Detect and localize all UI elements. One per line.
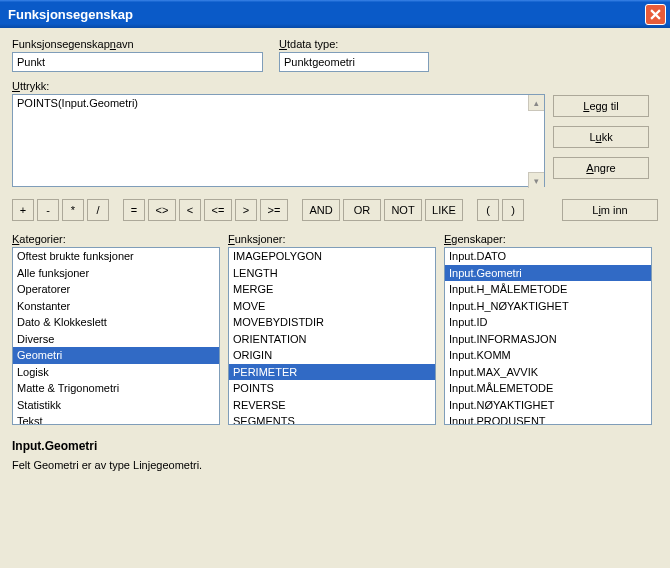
op-or[interactable]: OR [343, 199, 381, 221]
window-title: Funksjonsegenskap [8, 7, 133, 22]
op-mul[interactable]: * [62, 199, 84, 221]
op-like[interactable]: LIKE [425, 199, 463, 221]
list-item[interactable]: Operatorer [13, 281, 219, 298]
list-item[interactable]: Input.DATO [445, 248, 651, 265]
list-item[interactable]: MOVEBYDISTDIR [229, 314, 435, 331]
list-item[interactable]: Input.H_MÅLEMETODE [445, 281, 651, 298]
properties-list[interactable]: Input.DATOInput.GeometriInput.H_MÅLEMETO… [444, 247, 652, 425]
op-eq[interactable]: = [123, 199, 145, 221]
categories-list[interactable]: Oftest brukte funksjonerAlle funksjonerO… [12, 247, 220, 425]
list-item[interactable]: PERIMETER [229, 364, 435, 381]
list-item[interactable]: MERGE [229, 281, 435, 298]
list-item[interactable]: Alle funksjoner [13, 265, 219, 282]
list-item[interactable]: Tekst [13, 413, 219, 425]
list-item[interactable]: Statistikk [13, 397, 219, 414]
op-div[interactable]: / [87, 199, 109, 221]
list-item[interactable]: Input.KOMM [445, 347, 651, 364]
op-ne[interactable]: <> [148, 199, 176, 221]
op-lt[interactable]: < [179, 199, 201, 221]
outtype-field [279, 52, 429, 72]
scroll-up-icon[interactable]: ▴ [528, 95, 544, 111]
list-item[interactable]: Input.H_NØYAKTIGHET [445, 298, 651, 315]
op-not[interactable]: NOT [384, 199, 422, 221]
list-item[interactable]: ORIENTATION [229, 331, 435, 348]
op-plus[interactable]: + [12, 199, 34, 221]
undo-button[interactable]: Angre [553, 157, 649, 179]
list-item[interactable]: Geometri [13, 347, 219, 364]
op-and[interactable]: AND [302, 199, 340, 221]
list-item[interactable]: Konstanter [13, 298, 219, 315]
expr-label: Uttrykk: [12, 80, 49, 92]
list-item[interactable]: LENGTH [229, 265, 435, 282]
scroll-down-icon[interactable]: ▾ [528, 172, 544, 188]
close-button[interactable]: Lukk [553, 126, 649, 148]
properties-label: Egenskaper: [444, 233, 652, 245]
list-item[interactable]: Oftest brukte funksjoner [13, 248, 219, 265]
op-gt[interactable]: > [235, 199, 257, 221]
list-item[interactable]: Input.NØYAKTIGHET [445, 397, 651, 414]
list-item[interactable]: IMAGEPOLYGON [229, 248, 435, 265]
op-ge[interactable]: >= [260, 199, 288, 221]
list-item[interactable]: MOVE [229, 298, 435, 315]
list-item[interactable]: Input.MÅLEMETODE [445, 380, 651, 397]
name-label: Funksjonsegenskapnavn [12, 38, 263, 50]
list-item[interactable]: Input.PRODUSENT [445, 413, 651, 425]
functions-label: Funksjoner: [228, 233, 436, 245]
list-item[interactable]: SEGMENTS [229, 413, 435, 425]
functions-list[interactable]: IMAGEPOLYGONLENGTHMERGEMOVEMOVEBYDISTDIR… [228, 247, 436, 425]
close-icon[interactable] [645, 4, 666, 25]
categories-label: Kategorier: [12, 233, 220, 245]
op-minus[interactable]: - [37, 199, 59, 221]
op-le[interactable]: <= [204, 199, 232, 221]
list-item[interactable]: Input.MAX_AVVIK [445, 364, 651, 381]
add-button[interactable]: Legg til [553, 95, 649, 117]
list-item[interactable]: POINTS [229, 380, 435, 397]
op-rparen[interactable]: ) [502, 199, 524, 221]
list-item[interactable]: Dato & Klokkeslett [13, 314, 219, 331]
list-item[interactable]: Logisk [13, 364, 219, 381]
op-lparen[interactable]: ( [477, 199, 499, 221]
list-item[interactable]: ORIGIN [229, 347, 435, 364]
list-item[interactable]: Matte & Trigonometri [13, 380, 219, 397]
list-item[interactable]: Input.INFORMASJON [445, 331, 651, 348]
name-input[interactable] [12, 52, 263, 72]
expression-input[interactable]: POINTS(Input.Geometri) [12, 94, 545, 187]
paste-button[interactable]: Lim inn [562, 199, 658, 221]
list-item[interactable]: Diverse [13, 331, 219, 348]
list-item[interactable]: REVERSE [229, 397, 435, 414]
outtype-label: Utdata type: [279, 38, 429, 50]
description-text: Felt Geometri er av type Linjegeometri. [12, 459, 658, 471]
list-item[interactable]: Input.Geometri [445, 265, 651, 282]
list-item[interactable]: Input.ID [445, 314, 651, 331]
description-title: Input.Geometri [12, 439, 658, 453]
